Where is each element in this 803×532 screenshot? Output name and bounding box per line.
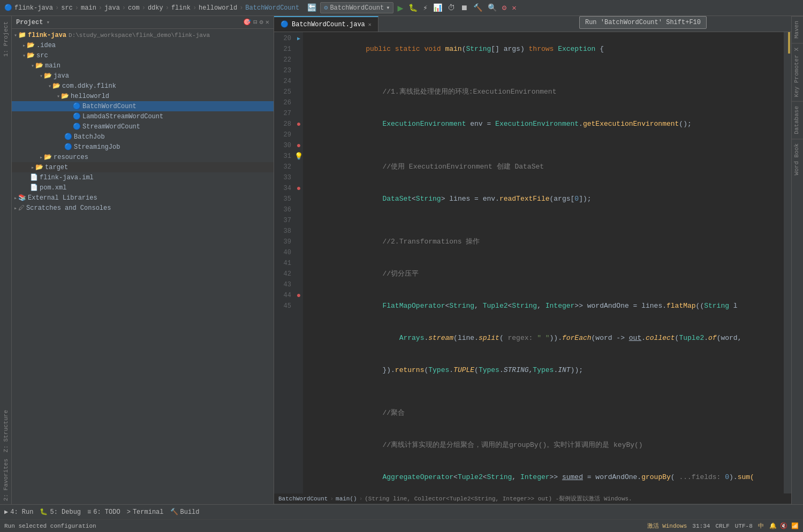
- profiler-icon[interactable]: ⏱: [446, 3, 457, 13]
- back-icon[interactable]: 🔙: [306, 2, 318, 13]
- tree-item-main[interactable]: ▾ 📂 main: [12, 60, 274, 71]
- code-line-25: //使用 ExecutionEnvironment 创建 DataSet: [303, 151, 784, 183]
- right-margin-bar: [784, 32, 791, 493]
- title-bar: 🔵 flink-java › src › main › java › com ›…: [0, 0, 803, 16]
- status-encoding[interactable]: UTF-8: [735, 523, 753, 529]
- run-icon[interactable]: ▶: [396, 1, 405, 15]
- locate-icon[interactable]: 🎯: [243, 18, 251, 26]
- sidebar-tab-word-book[interactable]: Word Book: [792, 139, 803, 179]
- tree-item-scratches[interactable]: ▸ 🖊 Scratches and Consoles: [12, 203, 274, 213]
- breadcrumb-class[interactable]: BatchWordCount: [278, 496, 328, 502]
- code-area[interactable]: public static void main(String[] args) t…: [303, 32, 784, 493]
- right-sidebar: Maven Key Promoter X Database Word Book: [791, 16, 803, 504]
- toolbar-icons: 🔙 ⚙ BatchWordCount ▾ ▶ 🐛 ⚡ 📊 ⏱ ⏹ 🔨 🔍 ⚙ ✕: [306, 1, 518, 15]
- project-header-icons: 🎯 ⊟ ⚙ ✕: [243, 18, 269, 26]
- attach-icon[interactable]: ⚡: [421, 2, 429, 13]
- code-line-24: [303, 140, 784, 151]
- status-icons: 🔔 🔇 📶: [769, 522, 799, 529]
- left-nav: 1: Project Z: Structure 2: Favorites: [0, 16, 12, 504]
- project-header: Project ▾ 🎯 ⊟ ⚙ ✕: [12, 16, 274, 29]
- sidebar-tab-database[interactable]: Database: [792, 101, 803, 139]
- gutter-bp-34: ●: [296, 183, 302, 194]
- gutter-exec-20: ▶: [296, 33, 302, 44]
- tree-item-target[interactable]: ▸ 📂 target: [12, 162, 274, 172]
- status-bar: Run selected configuration 激活 Windows 31…: [0, 519, 803, 532]
- code-line-36: AggregateOperator<Tuple2<String, Integer…: [303, 461, 784, 493]
- bottom-tab-todo[interactable]: ≡ 6: TODO: [87, 508, 120, 516]
- code-line-33: [303, 386, 784, 397]
- code-line-28: //2.Transformations 操作: [303, 226, 784, 258]
- sidebar-tab-maven[interactable]: Maven: [792, 16, 803, 43]
- gutter-bp-30: ●: [296, 140, 302, 151]
- code-line-35: //离线计算实现的是分组聚合，调用的是groupBy()。实时计算调用的是 ke…: [303, 429, 784, 461]
- breadcrumb-detail: (String line, Collector<Tuple2<String, I…: [365, 495, 632, 503]
- bottom-tab-debug[interactable]: 🐛 5: Debug: [40, 508, 81, 516]
- code-line-21: [303, 65, 784, 76]
- tree-item-LambdaStreamWordCount[interactable]: 🔵 LambdaStreamWordCount: [12, 111, 274, 121]
- tree-item-flink-java-iml[interactable]: 📄 flink-java.iml: [12, 172, 274, 183]
- tab-close-icon[interactable]: ✕: [368, 21, 372, 28]
- tree-item-pom-xml[interactable]: 📄 pom.xml: [12, 183, 274, 193]
- breadcrumb-method[interactable]: main(): [336, 496, 357, 502]
- collapse-icon[interactable]: ⊟: [253, 18, 257, 26]
- code-line-27: [303, 215, 784, 226]
- status-ime: 中: [758, 522, 764, 530]
- bottom-tab-run[interactable]: ▶ 4: Run: [4, 508, 33, 516]
- status-linesep[interactable]: CRLF: [715, 523, 729, 529]
- sidebar-tab-key-promoter[interactable]: Key Promoter X: [792, 43, 803, 101]
- tree-item-src[interactable]: ▾ 📂 src: [12, 50, 274, 60]
- tree-item-StreamWordCount[interactable]: 🔵 StreamWordCount: [12, 121, 274, 132]
- close-project-icon[interactable]: ✕: [266, 18, 269, 26]
- tree-item-helloworld[interactable]: ▾ 📂 helloworld: [12, 91, 274, 101]
- bottom-tab-build[interactable]: 🔨 Build: [170, 508, 200, 516]
- tree-item-com-ddky-flink[interactable]: ▾ 📂 com.ddky.flink: [12, 81, 274, 91]
- close-icon[interactable]: ✕: [510, 2, 518, 13]
- search-icon[interactable]: 🔍: [486, 2, 498, 13]
- run-config-dropdown[interactable]: ⚙ BatchWordCount ▾: [320, 2, 393, 13]
- gutter-bulb-31: 💡: [296, 151, 302, 162]
- tab-BatchWordCount[interactable]: 🔵 BatchWordCount.java ✕: [274, 16, 378, 32]
- left-nav-project[interactable]: 1: Project: [3, 18, 9, 60]
- breadcrumb-path: 🔵 flink-java › src › main › java › com ›…: [4, 4, 299, 12]
- breadcrumb-bar: BatchWordCount › main() › (String line, …: [274, 493, 791, 504]
- editor-area: 🔵 BatchWordCount.java ✕ 20 21 22 23 24 2…: [274, 16, 791, 504]
- bottom-toolbar: ▶ 4: Run 🐛 5: Debug ≡ 6: TODO > Terminal…: [0, 504, 803, 519]
- tree-item-BatchJob[interactable]: 🔵 BatchJob: [12, 132, 274, 142]
- status-position[interactable]: 31:34: [692, 523, 710, 529]
- code-line-26: DataSet<String> lines = env.readTextFile…: [303, 183, 784, 215]
- status-windows-msg: 激活 Windows: [647, 522, 687, 530]
- left-nav-favorites[interactable]: 2: Favorites: [3, 455, 9, 504]
- tree-item-java[interactable]: ▾ 📂 java: [12, 71, 274, 81]
- stop-icon[interactable]: ⏹: [459, 3, 469, 13]
- project-title: Project: [16, 19, 43, 26]
- status-left: Run selected configuration: [4, 522, 643, 530]
- tree-item-BatchWordCount[interactable]: 🔵 BatchWordCount: [12, 101, 274, 111]
- gutter: ▶ ● ● 💡 ●: [294, 32, 303, 493]
- code-line-34: //聚合: [303, 397, 784, 429]
- code-line-23: ExecutionEnvironment env = ExecutionEnvi…: [303, 108, 784, 140]
- settings-icon[interactable]: ⚙: [501, 2, 508, 13]
- status-message: Run selected configuration: [4, 523, 96, 529]
- tree-item-StreamingJob[interactable]: 🔵 StreamingJob: [12, 142, 274, 152]
- gutter-bp-28: ●: [296, 119, 302, 130]
- tab-bar: 🔵 BatchWordCount.java ✕: [274, 16, 791, 32]
- code-line-32: }).returns(Types.TUPLE(Types.STRING,Type…: [303, 354, 784, 386]
- coverage-icon[interactable]: 📊: [431, 2, 444, 13]
- build-icon[interactable]: 🔨: [472, 2, 484, 13]
- tree-item-external-libraries[interactable]: ▸ 📚 External Libraries: [12, 193, 274, 203]
- settings-project-icon[interactable]: ⚙: [260, 18, 263, 26]
- status-right: 激活 Windows 31:34 CRLF UTF-8 中 🔔 🔇 📶: [647, 522, 799, 530]
- tree-item-flink-java[interactable]: ▾ 📁 flink-java D:\study_workspace\flink_…: [12, 30, 274, 40]
- bottom-tab-terminal[interactable]: > Terminal: [127, 508, 164, 516]
- main-area: 1: Project Z: Structure 2: Favorites Pro…: [0, 16, 803, 504]
- right-margin-indicator: [788, 32, 790, 54]
- tree-item-resources[interactable]: ▸ 📂 resources: [12, 152, 274, 162]
- debug-icon[interactable]: 🐛: [407, 2, 419, 13]
- tree-container[interactable]: ▾ 📁 flink-java D:\study_workspace\flink_…: [12, 29, 274, 504]
- project-panel: Project ▾ 🎯 ⊟ ⚙ ✕ ▾ 📁 flink-java D:\stud…: [12, 16, 274, 504]
- left-nav-structure[interactable]: Z: Structure: [3, 407, 9, 455]
- tree-item-idea[interactable]: ▸ 📂 .idea: [12, 40, 274, 50]
- code-line-31: Arrays.stream(line.split( regex: " ")).f…: [303, 322, 784, 354]
- code-line-29: //切分压平: [303, 258, 784, 290]
- code-line-22: //1.离线批处理使用的环境:ExecutionEnvironment: [303, 76, 784, 108]
